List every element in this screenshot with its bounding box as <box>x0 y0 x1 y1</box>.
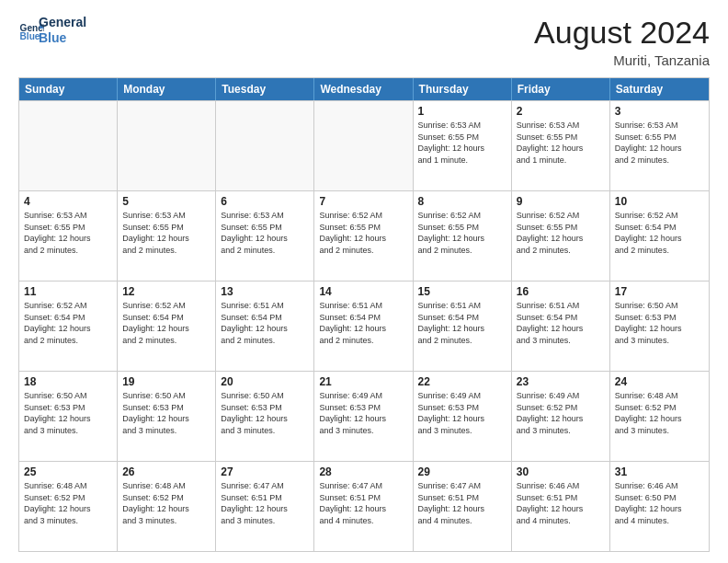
calendar-week-5: 25Sunrise: 6:48 AMSunset: 6:52 PMDayligh… <box>19 461 709 551</box>
day-cell-1: 1Sunrise: 6:53 AMSunset: 6:55 PMDaylight… <box>414 101 512 190</box>
day-number: 25 <box>24 465 112 478</box>
header-day-sunday: Sunday <box>19 78 118 100</box>
empty-cell <box>314 101 413 190</box>
day-cell-24: 24Sunrise: 6:48 AMSunset: 6:52 PMDayligh… <box>610 372 709 461</box>
day-cell-4: 4Sunrise: 6:53 AMSunset: 6:55 PMDaylight… <box>19 191 118 281</box>
day-number: 23 <box>517 375 605 388</box>
day-cell-9: 9Sunrise: 6:52 AMSunset: 6:55 PMDaylight… <box>512 191 610 281</box>
header-day-saturday: Saturday <box>610 78 709 100</box>
day-info: Sunrise: 6:50 AMSunset: 6:53 PMDaylight:… <box>615 300 704 346</box>
day-info: Sunrise: 6:53 AMSunset: 6:55 PMDaylight:… <box>221 210 309 256</box>
header-day-thursday: Thursday <box>414 78 512 100</box>
day-cell-2: 2Sunrise: 6:53 AMSunset: 6:55 PMDaylight… <box>512 101 610 190</box>
day-info: Sunrise: 6:47 AMSunset: 6:51 PMDaylight:… <box>319 480 407 526</box>
calendar-week-1: 1Sunrise: 6:53 AMSunset: 6:55 PMDaylight… <box>19 100 709 190</box>
day-info: Sunrise: 6:48 AMSunset: 6:52 PMDaylight:… <box>24 480 112 526</box>
day-number: 9 <box>517 195 605 208</box>
day-info: Sunrise: 6:46 AMSunset: 6:51 PMDaylight:… <box>517 480 605 526</box>
day-number: 26 <box>122 465 210 478</box>
day-number: 1 <box>418 105 506 118</box>
day-number: 30 <box>517 465 605 478</box>
day-cell-23: 23Sunrise: 6:49 AMSunset: 6:52 PMDayligh… <box>512 372 610 461</box>
day-cell-18: 18Sunrise: 6:50 AMSunset: 6:53 PMDayligh… <box>19 372 118 461</box>
header-day-monday: Monday <box>118 78 216 100</box>
calendar-body: 1Sunrise: 6:53 AMSunset: 6:55 PMDaylight… <box>19 100 709 551</box>
day-cell-14: 14Sunrise: 6:51 AMSunset: 6:54 PMDayligh… <box>314 282 413 371</box>
subtitle: Muriti, Tanzania <box>534 52 710 68</box>
day-info: Sunrise: 6:49 AMSunset: 6:53 PMDaylight:… <box>319 390 407 436</box>
day-cell-19: 19Sunrise: 6:50 AMSunset: 6:53 PMDayligh… <box>118 372 216 461</box>
day-cell-13: 13Sunrise: 6:51 AMSunset: 6:54 PMDayligh… <box>216 282 314 371</box>
day-number: 15 <box>418 285 506 298</box>
day-number: 18 <box>24 375 112 388</box>
day-info: Sunrise: 6:49 AMSunset: 6:52 PMDaylight:… <box>517 390 605 436</box>
calendar: SundayMondayTuesdayWednesdayThursdayFrid… <box>18 77 710 552</box>
day-cell-28: 28Sunrise: 6:47 AMSunset: 6:51 PMDayligh… <box>314 462 413 551</box>
day-number: 17 <box>615 285 704 298</box>
day-number: 20 <box>221 375 309 388</box>
day-cell-7: 7Sunrise: 6:52 AMSunset: 6:55 PMDaylight… <box>314 191 413 281</box>
day-number: 12 <box>122 285 210 298</box>
header-day-tuesday: Tuesday <box>216 78 314 100</box>
empty-cell <box>118 101 216 190</box>
day-cell-22: 22Sunrise: 6:49 AMSunset: 6:53 PMDayligh… <box>414 372 512 461</box>
calendar-week-2: 4Sunrise: 6:53 AMSunset: 6:55 PMDaylight… <box>19 190 709 281</box>
day-info: Sunrise: 6:47 AMSunset: 6:51 PMDaylight:… <box>221 480 309 526</box>
day-number: 16 <box>517 285 605 298</box>
day-cell-8: 8Sunrise: 6:52 AMSunset: 6:55 PMDaylight… <box>414 191 512 281</box>
day-info: Sunrise: 6:50 AMSunset: 6:53 PMDaylight:… <box>122 390 210 436</box>
day-info: Sunrise: 6:52 AMSunset: 6:54 PMDaylight:… <box>24 300 112 346</box>
day-cell-29: 29Sunrise: 6:47 AMSunset: 6:51 PMDayligh… <box>414 462 512 551</box>
day-number: 14 <box>319 285 407 298</box>
day-cell-30: 30Sunrise: 6:46 AMSunset: 6:51 PMDayligh… <box>512 462 610 551</box>
day-info: Sunrise: 6:52 AMSunset: 6:54 PMDaylight:… <box>615 210 704 256</box>
day-info: Sunrise: 6:46 AMSunset: 6:50 PMDaylight:… <box>615 480 704 526</box>
day-info: Sunrise: 6:50 AMSunset: 6:53 PMDaylight:… <box>24 390 112 436</box>
main-title: August 2024 <box>534 15 710 51</box>
day-number: 13 <box>221 285 309 298</box>
day-cell-25: 25Sunrise: 6:48 AMSunset: 6:52 PMDayligh… <box>19 462 118 551</box>
day-number: 6 <box>221 195 309 208</box>
day-number: 29 <box>418 465 506 478</box>
page: General Blue General Blue August 2024 Mu… <box>0 0 728 563</box>
title-block: August 2024 Muriti, Tanzania <box>534 15 710 68</box>
day-cell-3: 3Sunrise: 6:53 AMSunset: 6:55 PMDaylight… <box>610 101 709 190</box>
day-info: Sunrise: 6:53 AMSunset: 6:55 PMDaylight:… <box>418 120 506 166</box>
day-cell-21: 21Sunrise: 6:49 AMSunset: 6:53 PMDayligh… <box>314 372 413 461</box>
day-info: Sunrise: 6:51 AMSunset: 6:54 PMDaylight:… <box>221 300 309 346</box>
day-info: Sunrise: 6:53 AMSunset: 6:55 PMDaylight:… <box>517 120 605 166</box>
day-number: 7 <box>319 195 407 208</box>
day-cell-31: 31Sunrise: 6:46 AMSunset: 6:50 PMDayligh… <box>610 462 709 551</box>
day-info: Sunrise: 6:50 AMSunset: 6:53 PMDaylight:… <box>221 390 309 436</box>
day-number: 31 <box>615 465 704 478</box>
day-info: Sunrise: 6:48 AMSunset: 6:52 PMDaylight:… <box>615 390 704 436</box>
day-number: 4 <box>24 195 112 208</box>
day-info: Sunrise: 6:52 AMSunset: 6:55 PMDaylight:… <box>418 210 506 256</box>
calendar-week-3: 11Sunrise: 6:52 AMSunset: 6:54 PMDayligh… <box>19 281 709 371</box>
day-info: Sunrise: 6:52 AMSunset: 6:55 PMDaylight:… <box>319 210 407 256</box>
day-number: 10 <box>615 195 704 208</box>
logo: General Blue General Blue <box>18 15 86 46</box>
logo-line2: Blue <box>39 30 86 46</box>
day-info: Sunrise: 6:51 AMSunset: 6:54 PMDaylight:… <box>517 300 605 346</box>
day-cell-12: 12Sunrise: 6:52 AMSunset: 6:54 PMDayligh… <box>118 282 216 371</box>
day-cell-16: 16Sunrise: 6:51 AMSunset: 6:54 PMDayligh… <box>512 282 610 371</box>
header: General Blue General Blue August 2024 Mu… <box>18 15 710 68</box>
day-cell-5: 5Sunrise: 6:53 AMSunset: 6:55 PMDaylight… <box>118 191 216 281</box>
svg-text:Blue: Blue <box>20 31 40 41</box>
empty-cell <box>216 101 314 190</box>
day-info: Sunrise: 6:52 AMSunset: 6:55 PMDaylight:… <box>517 210 605 256</box>
day-cell-17: 17Sunrise: 6:50 AMSunset: 6:53 PMDayligh… <box>610 282 709 371</box>
day-info: Sunrise: 6:48 AMSunset: 6:52 PMDaylight:… <box>122 480 210 526</box>
day-info: Sunrise: 6:53 AMSunset: 6:55 PMDaylight:… <box>24 210 112 256</box>
day-info: Sunrise: 6:47 AMSunset: 6:51 PMDaylight:… <box>418 480 506 526</box>
day-info: Sunrise: 6:51 AMSunset: 6:54 PMDaylight:… <box>319 300 407 346</box>
empty-cell <box>19 101 118 190</box>
day-number: 27 <box>221 465 309 478</box>
day-number: 24 <box>615 375 704 388</box>
logo-line1: General <box>39 15 86 30</box>
day-number: 11 <box>24 285 112 298</box>
day-cell-11: 11Sunrise: 6:52 AMSunset: 6:54 PMDayligh… <box>19 282 118 371</box>
day-number: 19 <box>122 375 210 388</box>
day-cell-10: 10Sunrise: 6:52 AMSunset: 6:54 PMDayligh… <box>610 191 709 281</box>
